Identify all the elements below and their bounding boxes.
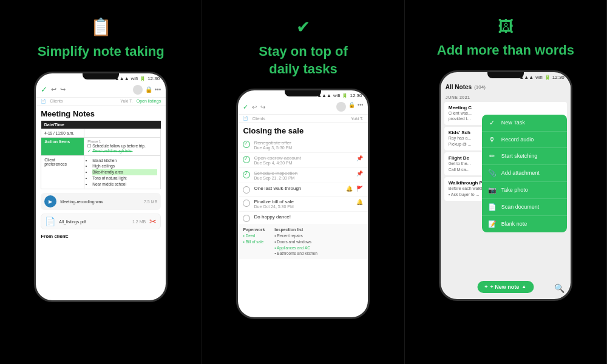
task-text-block-5: Finalize bill of sale Due Oct 24, 5:30 P…	[254, 199, 353, 209]
note-taking-icon: 📋	[90, 17, 112, 37]
tasks-redo-icon[interactable]: ↪	[260, 104, 265, 110]
search-icon[interactable]: 🔍	[554, 283, 565, 293]
new-task-icon: ✓	[488, 119, 497, 127]
task-name-5: Finalize bill of sale	[254, 199, 353, 204]
pdf-filename: All_listings.pdf	[59, 220, 129, 224]
all-notes-screen: All Notes (104) JUNE 2021 Meeting C Clie…	[441, 81, 571, 299]
task-circle-6[interactable]	[243, 215, 250, 222]
pin-icon-2: 📌	[356, 170, 363, 177]
redo-icon[interactable]: ↪	[60, 86, 66, 93]
time-display-2: 12:30	[350, 93, 362, 98]
preferences-label: Clientpreferences	[41, 155, 84, 189]
tasks-notebook-name: Clients	[252, 116, 265, 121]
task-row-renegotiate: Renegotiate offer Due Aug 3, 5:30 PM	[238, 138, 368, 153]
panel2-title-plain: Stay on top of	[259, 44, 348, 59]
all-notes-title: All Notes	[446, 84, 472, 90]
menu-item-scan[interactable]: 📄 Scan document	[482, 199, 567, 216]
phone-notch-2	[285, 90, 321, 96]
pin-icon-1: 📌	[356, 155, 363, 161]
tasks-lock-icon[interactable]: 🔒	[348, 102, 355, 112]
time-display-3: 12:30	[552, 75, 565, 80]
menu-item-attachment[interactable]: 📎 Add attachment	[482, 165, 567, 182]
open-listings-link[interactable]: Open listings	[137, 99, 161, 103]
tasks-icon: ✔	[296, 17, 310, 37]
menu-item-record-audio[interactable]: 🎙 Record audio	[482, 132, 567, 148]
avatar-icon	[133, 85, 143, 95]
photo-icon: 📷	[488, 186, 497, 194]
inspection-item-3: • Appliances and AC	[274, 245, 317, 251]
panel-note-taking: 📋 Simplify note taking ▲▲▲ wifi 🔋 12:30 …	[0, 0, 202, 364]
task-name-6: Do happy dance!	[254, 214, 363, 220]
note-card-1-header: Meeting C	[449, 105, 563, 110]
task-circle-5[interactable]	[243, 200, 250, 207]
table-header-col1: Date/Time	[41, 121, 84, 129]
task-row-finalize: Finalize bill of sale Due Oct 24, 5:30 P…	[238, 197, 368, 212]
action-items-label[interactable]: Action Items	[41, 137, 84, 155]
task-text-block-4: One last walk-through	[254, 186, 342, 191]
phone-notch-1	[83, 73, 119, 79]
paperwork-item-bill: • Bill of sale	[243, 239, 265, 245]
photo-label: Take photo	[501, 187, 528, 193]
task-sub-paperwork: Paperwork • Deed • Bill of sale Inspecti…	[238, 225, 368, 259]
undo-icon[interactable]: ↩	[51, 86, 56, 93]
inspection-item-2: • Doors and windows	[274, 239, 317, 245]
task-text-block-6: Do happy dance!	[254, 214, 363, 220]
tasks-user: Yuki T.	[351, 116, 364, 121]
panel-tasks: ✔ Stay on top of daily tasks ▲▲▲ wifi 🔋 …	[202, 0, 404, 364]
task-note-title: Closing the sale	[238, 123, 368, 138]
panel1-title-highlight: note taking	[93, 44, 164, 59]
checkbox-2[interactable]: ✓	[87, 149, 91, 153]
note-card-3-title: Flight De	[449, 155, 469, 161]
check-icon[interactable]: ✓	[41, 85, 47, 94]
fab-plus-icon: +	[484, 284, 487, 290]
pref-item-4: Tons of natural light	[92, 175, 157, 181]
task-text-block-1: Renegotiate offer Due Aug 3, 5:30 PM	[254, 140, 363, 150]
panel2-title-highlight: daily tasks	[269, 61, 337, 76]
task-check-2[interactable]	[243, 156, 250, 163]
notebook-name: Clients	[50, 99, 63, 103]
task-name-1: Renegotiate offer	[254, 140, 363, 146]
attachment-icon: 📎	[488, 169, 497, 177]
task-name-3: Schedule inspection	[254, 170, 353, 176]
task-check-1[interactable]	[243, 141, 250, 148]
phone-frame-1: ▲▲▲ wifi 🔋 12:30 ✓ ↩ ↪ 🔒 ••• 📄 Clients Y…	[34, 72, 168, 302]
note-screen: ✓ ↩ ↪ 🔒 ••• 📄 Clients Yuki T. Open listi…	[36, 83, 166, 300]
menu-item-sketch[interactable]: ✏ Start sketching	[482, 148, 567, 165]
tasks-more-icon[interactable]: •••	[358, 102, 363, 112]
phase-label: Phase 1	[87, 140, 157, 143]
battery-icon-3: 🔋	[544, 75, 551, 80]
table-row-datetime: 4-19 / 11:00 a.m.	[41, 129, 161, 137]
task-check-3[interactable]	[243, 171, 250, 178]
toolbar-right: 🔒 •••	[133, 85, 161, 95]
note-title: Meeting Notes	[36, 106, 166, 121]
menu-item-photo[interactable]: 📷 Take photo	[482, 182, 567, 199]
flag-icon-1: 🚩	[356, 186, 363, 192]
table-header-col2	[84, 121, 161, 129]
play-button[interactable]: ▶	[44, 195, 56, 207]
blank-note-icon: 📝	[488, 220, 497, 228]
more-options-icon[interactable]: •••	[155, 86, 161, 93]
task-due-5: Due Oct 24, 5:30 PM	[254, 204, 353, 209]
tasks-screen: ✓ ↩ ↪ 🔒 ••• 📄 Clients Yuki T. Closing th…	[238, 99, 368, 317]
task-circle-4[interactable]	[243, 186, 250, 194]
task-due-2: Due Sep 4, 4:30 PM	[254, 161, 353, 165]
note-table: Date/Time 4-19 / 11:00 a.m. Action Items…	[41, 121, 161, 190]
tasks-undo-icon[interactable]: ↩	[252, 104, 257, 110]
inspection-item-1: • Recent repairs	[274, 233, 317, 239]
note-card-1-title: Meeting C	[449, 105, 472, 110]
panel3-title-plain: Add	[437, 42, 467, 58]
tasks-toolbar-right: 🔒 •••	[336, 102, 363, 112]
menu-item-blank-note[interactable]: 📝 Blank note	[482, 216, 567, 232]
new-note-fab[interactable]: + + New note ▲	[477, 281, 534, 293]
panel-all-notes: 🖼 Add more than words ▲▲▲ wifi 🔋 12:30 A…	[405, 0, 607, 364]
wifi-icon-2: wifi	[333, 93, 341, 98]
pdf-icon: 📄	[45, 217, 55, 226]
phone-frame-2: ▲▲▲ wifi 🔋 12:30 ✓ ↩ ↪ 🔒 ••• 📄 Clients Y…	[236, 89, 370, 319]
record-audio-icon: 🎙	[488, 136, 497, 143]
menu-item-new-task[interactable]: ✓ New Task	[482, 115, 567, 132]
tasks-meta: 📄 Clients Yuki T.	[238, 115, 368, 123]
pref-item-3: Bike-friendly area	[92, 169, 157, 175]
task-row-escrow: Open escrow account Due Sep 4, 4:30 PM 📌	[238, 153, 368, 168]
lock-icon[interactable]: 🔒	[145, 86, 152, 93]
checkbox-1[interactable]: ☐	[87, 144, 91, 149]
